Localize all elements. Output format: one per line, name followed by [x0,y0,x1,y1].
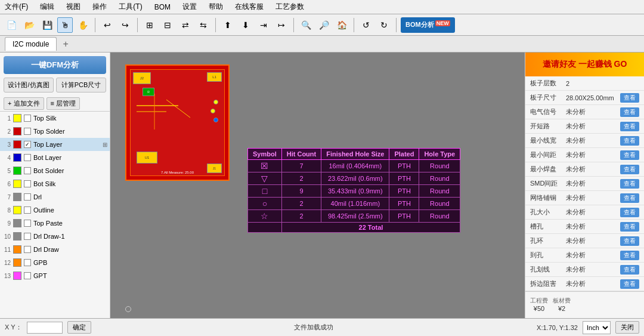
layer-check[interactable] [24,193,31,201]
query-button[interactable]: 查看 [620,265,639,275]
info-value: 未分析 [566,150,620,159]
layer-check[interactable] [24,180,31,187]
tab-add-button[interactable]: + [58,38,73,51]
query-button[interactable]: 查看 [620,193,639,203]
layer-row-gpt[interactable]: 13 GPT [0,269,110,282]
toolbar-rotate-left[interactable]: ↺ [358,17,374,33]
layer-check[interactable] [24,272,31,279]
layer-check[interactable] [24,220,31,227]
query-button[interactable]: 查看 [620,222,639,232]
confirm-button[interactable]: 确定 [67,321,91,334]
layer-check[interactable] [24,259,31,266]
menu-bom[interactable]: BOM [152,2,173,13]
query-button[interactable]: 查看 [620,107,639,117]
layer-row-drl-draw-1[interactable]: 10 Drl Draw-1 [0,230,110,243]
design-sim-button[interactable]: 设计图/仿真图 [4,78,54,93]
toolbar-zoom-in[interactable]: 🔍 [298,17,314,33]
query-button[interactable]: 查看 [620,208,639,217]
toolbar-export[interactable]: ↦ [274,17,289,33]
toolbar-flip[interactable]: ⇆ [196,17,211,33]
layer-manager-button[interactable]: ≡ 层管理 [47,97,80,110]
toolbar-paste[interactable]: ⊟ [160,17,175,33]
layer-row-bot-solder[interactable]: 5 Bot Solder [0,164,110,177]
menu-ops[interactable]: 操作 [90,1,109,13]
svg-line-3 [166,100,190,118]
layer-name: Bot Silk [33,180,107,187]
toolbar-undo[interactable]: ↩ [100,17,115,33]
layer-name: Top Silk [33,115,107,122]
toolbar-zoom-out[interactable]: 🔎 [316,17,332,33]
toolbar-download[interactable]: ⬇ [238,17,253,33]
layer-check[interactable] [24,233,31,240]
query-button[interactable]: 查看 [620,93,639,103]
query-button[interactable]: 查看 [620,136,639,146]
layer-check[interactable] [24,167,31,174]
toolbar-import[interactable]: ⇥ [256,17,271,33]
layer-check[interactable] [24,246,31,253]
layer-row-top-layer[interactable]: 3 ✓ Top Layer ⊞ [0,138,110,151]
toolbar-move[interactable]: ⇄ [178,17,193,33]
layer-row-top-paste[interactable]: 9 Top Paste [0,217,110,230]
pcb-traces [131,70,224,175]
menu-process[interactable]: 工艺参数 [273,1,306,13]
query-button[interactable]: 查看 [620,165,639,174]
tab-i2c[interactable]: I2C module [5,37,57,51]
menu-view[interactable]: 视图 [64,1,83,13]
toolbar-redo[interactable]: ↪ [117,17,133,33]
layer-row-gpb[interactable]: 12 GPB [0,256,110,269]
layer-row-top-solder[interactable]: 2 Top Solder [0,125,110,138]
layer-row-top-silk[interactable]: 1 Top Silk [0,112,110,125]
layer-check[interactable] [24,206,31,214]
layer-check[interactable] [24,115,31,122]
toolbar-open[interactable]: 📂 [21,17,37,33]
coord-input[interactable] [27,322,63,334]
layer-name: GPB [33,259,107,266]
toolbar-copy[interactable]: ⊞ [142,17,157,33]
query-button[interactable]: 查看 [620,179,639,189]
menu-support[interactable]: 在线客服 [233,1,266,13]
layer-check[interactable]: ✓ [24,141,31,148]
canvas-area[interactable]: J2 L1 R U1 J1 7.All Measure: 25.00 [110,53,525,318]
menu-help[interactable]: 帮助 [206,1,225,13]
calc-pcb-button[interactable]: 计算PCB尺寸 [56,78,106,93]
layer-color [13,206,21,214]
menu-settings[interactable]: 设置 [180,1,199,13]
toolbar-save[interactable]: 💾 [39,17,55,33]
layer-check[interactable] [24,128,31,135]
dfm-analysis-button[interactable]: 一键DFM分析 [4,56,106,74]
menu-edit[interactable]: 编辑 [38,1,57,13]
info-label: 槽孔 [530,222,566,231]
info-fields: 板子层数 2 板子尺寸 28.00X25.00mm 查看 电气信号 未分析 查看… [525,76,644,291]
toolbar-new[interactable]: 📄 [4,17,19,33]
layer-row-drl-draw[interactable]: 11 Drl Draw [0,243,110,256]
col-finished-hole-size: Finished Hole Size [321,149,389,160]
toolbar-rotate-right[interactable]: ↻ [376,17,392,33]
unit-select[interactable]: Inch mm [583,321,611,334]
info-value: 未分析 [566,165,620,174]
toolbar-upload[interactable]: ⬆ [220,17,236,33]
layer-row-bot-silk[interactable]: 6 Bot Silk [0,177,110,190]
add-file-button[interactable]: + 追加文件 [4,97,44,110]
layer-row-drl[interactable]: 7 Drl [0,190,110,204]
close-button[interactable]: 关闭 [615,321,639,334]
query-button[interactable]: 查看 [620,251,639,260]
toolbar-fit[interactable]: 🏠 [334,17,349,33]
layer-row-bot-layer[interactable]: 4 Bot Layer [0,151,110,164]
query-button[interactable]: 查看 [620,279,639,289]
menu-tools[interactable]: 工具(T) [116,1,144,13]
query-button[interactable]: 查看 [620,236,639,246]
info-value: 未分析 [566,179,620,188]
toolbar-pan[interactable]: ✋ [75,17,91,33]
layer-row-outline[interactable]: 8 Outline [0,204,110,217]
info-row-板子尺寸: 板子尺寸 28.00X25.00mm 查看 [525,91,644,105]
info-label: 最小间距 [530,150,566,159]
drill-size: 40mil (1.016mm) [321,198,389,210]
promo-banner[interactable]: 邀请好友 一起赚钱 GO [525,53,644,76]
menu-file[interactable]: 文件(F) [2,1,30,13]
query-button[interactable]: 查看 [620,122,639,131]
toolbar-select[interactable]: 🖱 [57,17,73,33]
drill-hit-count: 7 [281,160,321,172]
layer-check[interactable] [24,154,31,161]
bom-analysis-button[interactable]: BOM分析NEW [401,17,455,33]
query-button[interactable]: 查看 [620,150,639,160]
